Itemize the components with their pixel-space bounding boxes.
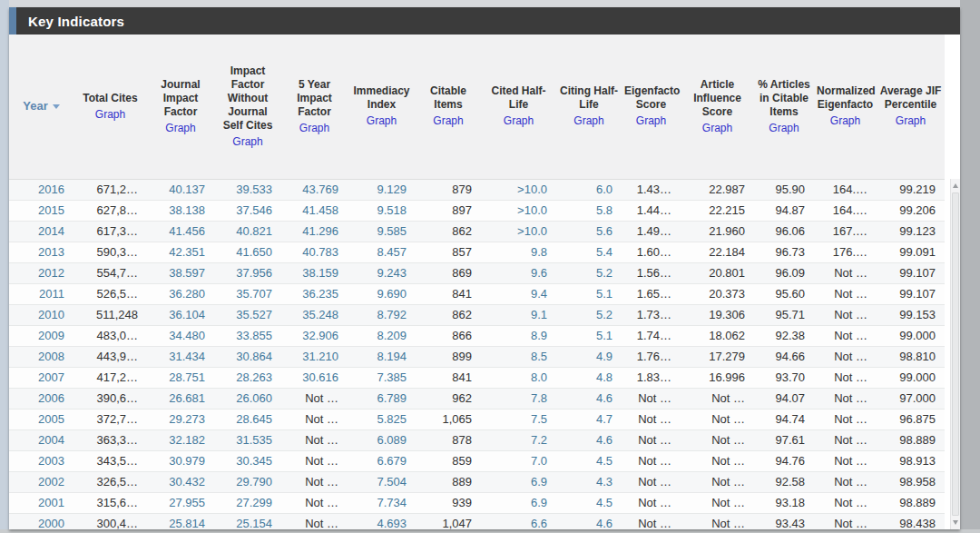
sort-arrow-icon[interactable] [53,104,60,109]
cell-total-cites: 627,8… [74,200,147,221]
cell-citing-half-life: 4.3 [556,471,622,492]
cell-article-influence-score: Not … [681,388,754,409]
cell-articles-in-citable-items: 95.60 [754,283,814,304]
column-header-article-influence-score: Article Influence ScoreGraph [681,35,754,179]
cell-impact-factor-without-journal-self-cites: 41.650 [214,242,281,262]
cell-total-cites: 526,5… [74,283,147,304]
cell-journal-impact-factor: 28.751 [147,367,214,388]
page-margin-left [0,0,9,533]
graph-link-total-cites[interactable]: Graph [76,108,144,122]
graph-link-citable-items[interactable]: Graph [418,114,478,128]
cell-average-jif-percentile: 99.206 [877,200,945,221]
cell-article-influence-score: 22.184 [681,242,754,262]
cell-total-cites: 315,6… [74,492,147,513]
cell-eigenfacto-score: Not … [622,513,681,529]
cell-average-jif-percentile: 99.123 [877,221,945,242]
graph-link-eigenfacto-score[interactable]: Graph [624,114,678,128]
scroll-down-icon[interactable] [953,520,958,525]
cell-immediacy-index: 9.129 [348,179,416,200]
cell-5-year-impact-factor: 41.458 [281,200,348,221]
column-header-year[interactable]: Year [9,35,74,179]
graph-link-articles-in-citable-items[interactable]: Graph [757,122,811,135]
table-row: 2002326,5…30.43229.790Not …7.5048896.94.… [9,471,945,492]
cell-journal-impact-factor: 38.597 [147,262,214,283]
table-row: 2003343,5…30.97930.345Not …6.6798597.04.… [9,450,945,471]
cell-articles-in-citable-items: 95.90 [754,179,814,200]
cell-total-cites: 590,3… [74,242,147,262]
cell-cited-half-life: >10.0 [481,221,556,242]
column-label: Citing Half-Life [559,84,619,112]
cell-year: 2009 [9,325,74,346]
cell-citable-items: 939 [416,492,481,513]
cell-citable-items: 1,047 [416,513,481,529]
cell-cited-half-life: >10.0 [481,179,556,200]
cell-citing-half-life: 6.0 [556,179,622,200]
cell-normalized-eigenfacto: Not … [814,450,877,471]
cell-immediacy-index: 7.504 [348,471,416,492]
table-row: 2004363,3…32.18231.535Not …6.0898787.24.… [9,429,945,450]
column-label: Immediacy Index [350,84,413,112]
cell-average-jif-percentile: 99.000 [877,367,945,388]
cell-immediacy-index: 9.690 [348,283,416,304]
cell-normalized-eigenfacto: Not … [814,513,877,529]
cell-citable-items: 862 [416,221,481,242]
cell-5-year-impact-factor: 43.769 [281,179,348,200]
cell-eigenfacto-score: 1.73… [622,304,681,325]
scrollbar-thumb[interactable] [952,192,959,516]
cell-immediacy-index: 9.243 [348,262,416,283]
cell-journal-impact-factor: 30.432 [147,471,214,492]
cell-average-jif-percentile: 97.000 [877,388,945,409]
cell-articles-in-citable-items: 96.09 [754,262,814,283]
cell-normalized-eigenfacto: Not … [814,304,877,325]
cell-eigenfacto-score: 1.49… [622,221,681,242]
scroll-up-icon[interactable] [953,183,958,188]
cell-cited-half-life: 7.8 [481,388,556,409]
table-row: 2007417,2…28.75128.26330.6167.3858418.04… [9,367,945,388]
cell-eigenfacto-score: 1.83… [622,367,681,388]
graph-link-normalized-eigenfacto[interactable]: Graph [817,114,874,128]
vertical-scrollbar[interactable] [950,179,960,529]
cell-impact-factor-without-journal-self-cites: 40.821 [214,221,281,242]
column-label: Journal Impact Factor [150,78,211,119]
table-row: 2014617,3…41.45640.82141.2969.585862>10.… [9,221,945,242]
graph-link-immediacy-index[interactable]: Graph [350,114,413,128]
cell-journal-impact-factor: 31.434 [147,346,214,367]
column-header-immediacy-index: Immediacy IndexGraph [348,35,416,179]
graph-link-5-year-impact-factor[interactable]: Graph [284,122,345,135]
cell-article-influence-score: 21.960 [681,221,754,242]
column-label: Average JIF Percentile [879,84,942,112]
cell-eigenfacto-score: 1.56… [622,262,681,283]
cell-journal-impact-factor: 41.456 [147,221,214,242]
cell-average-jif-percentile: 98.958 [877,471,945,492]
cell-immediacy-index: 8.792 [348,304,416,325]
cell-eigenfacto-score: 1.74… [622,325,681,346]
column-label: Impact Factor Without Journal Self Cites [217,64,279,133]
cell-average-jif-percentile: 98.810 [877,346,945,367]
cell-total-cites: 417,2… [74,367,147,388]
cell-impact-factor-without-journal-self-cites: 37.956 [214,262,281,283]
cell-impact-factor-without-journal-self-cites: 37.546 [214,200,281,221]
cell-cited-half-life: 6.9 [481,492,556,513]
cell-citable-items: 857 [416,242,481,262]
table-row: 2005372,7…29.27328.645Not …5.8251,0657.5… [9,409,945,429]
cell-impact-factor-without-journal-self-cites: 29.790 [214,471,281,492]
cell-impact-factor-without-journal-self-cites: 35.527 [214,304,281,325]
graph-link-cited-half-life[interactable]: Graph [484,114,554,128]
cell-journal-impact-factor: 36.280 [147,283,214,304]
cell-average-jif-percentile: 99.219 [877,179,945,200]
cell-citing-half-life: 5.1 [556,325,622,346]
graph-link-impact-factor-without-journal-self-cites[interactable]: Graph [217,135,279,149]
cell-citable-items: 841 [416,367,481,388]
graph-link-average-jif-percentile[interactable]: Graph [879,114,942,128]
cell-immediacy-index: 8.194 [348,346,416,367]
page-margin-bottom [0,529,980,533]
graph-link-journal-impact-factor[interactable]: Graph [150,122,211,135]
cell-citing-half-life: 4.6 [556,388,622,409]
graph-link-article-influence-score[interactable]: Graph [683,122,751,135]
graph-link-citing-half-life[interactable]: Graph [559,114,619,128]
table-row: 2013590,3…42.35141.65040.7838.4578579.85… [9,242,945,262]
cell-journal-impact-factor: 32.182 [147,429,214,450]
table-row: 2016671,2…40.13739.53343.7699.129879>10.… [9,179,945,200]
cell-eigenfacto-score: Not … [622,492,681,513]
cell-total-cites: 483,0… [74,325,147,346]
